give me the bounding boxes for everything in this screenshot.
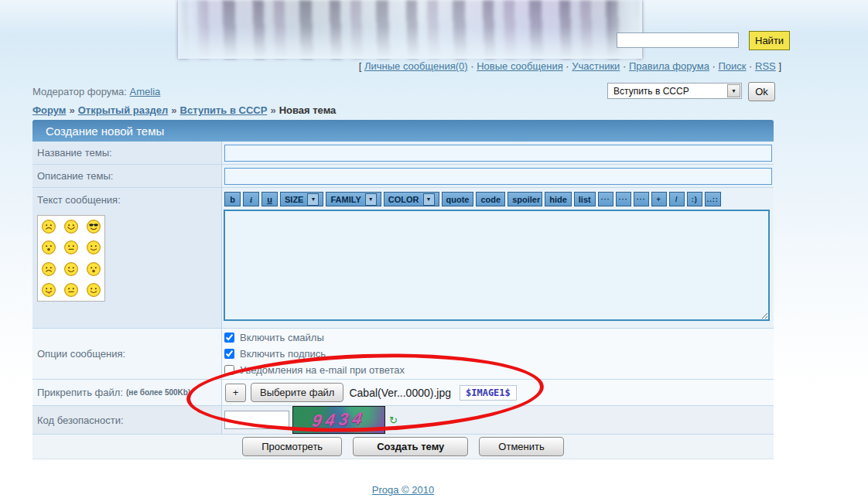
smiley-sad-icon[interactable] xyxy=(41,261,56,277)
nav-link-6[interactable]: RSS xyxy=(755,60,776,72)
smiley-surprised-icon[interactable] xyxy=(86,261,101,277)
captcha-digits: 9434 xyxy=(292,406,385,434)
captcha-row: Код безопасности: 9434 ↻ xyxy=(32,406,774,435)
choose-file-button[interactable]: Выберите файл xyxy=(251,383,343,402)
toolbar-dots-1-label: ··· xyxy=(601,196,610,203)
option-checkbox-2[interactable] xyxy=(224,349,234,359)
message-row: Текст сообщения: biuSIZE▼FAMILY▼COLOR▼qu… xyxy=(32,188,774,329)
attach-row: Прикрепить файл: (не более 500Kb) + Выбе… xyxy=(32,380,774,406)
message-textarea[interactable] xyxy=(224,210,770,321)
toolbar-underline[interactable]: u xyxy=(261,192,278,206)
message-label: Текст сообщения: xyxy=(37,194,221,206)
toolbar-font-size[interactable]: SIZE▼ xyxy=(280,192,323,206)
bbcode-toolbar: biuSIZE▼FAMILY▼COLOR▼quotecodespoilerhid… xyxy=(224,192,721,206)
smiley-angry-icon[interactable] xyxy=(41,219,56,234)
smiley-cool-icon[interactable] xyxy=(86,219,101,234)
toolbar-more-label: ..:: xyxy=(707,196,719,203)
new-topic-form: Создание новой темы Название темы: Описа… xyxy=(32,120,774,459)
toolbar-bold[interactable]: b xyxy=(224,192,241,206)
topic-desc-row: Описание темы: xyxy=(32,165,774,188)
page-footer: Proga © 2010 xyxy=(32,484,774,496)
toolbar-underline-label: u xyxy=(267,195,272,204)
toolbar-smiley-label: :) xyxy=(692,196,698,203)
toolbar-slash[interactable]: / xyxy=(669,192,685,206)
dropdown-arrow-icon[interactable]: ▼ xyxy=(365,193,377,206)
breadcrumb-link-2[interactable]: Открытый раздел xyxy=(78,104,169,116)
toolbar-hide-label: hide xyxy=(549,195,567,204)
cancel-button[interactable]: Отменить xyxy=(479,437,563,456)
create-topic-button[interactable]: Создать тему xyxy=(353,437,468,456)
option-checkbox-1[interactable] xyxy=(224,333,234,343)
toolbar-font-family[interactable]: FAMILY▼ xyxy=(326,192,381,206)
options-list: Включить смайлыВключить подписьУведомлен… xyxy=(222,329,774,379)
breadcrumb-link-3[interactable]: Вступить в СССР xyxy=(180,104,268,116)
nav-link-1[interactable]: Личные сообщения(0) xyxy=(364,60,468,72)
options-row: Опции сообщения: Включить смайлыВключить… xyxy=(32,329,774,380)
captcha-refresh-icon[interactable]: ↻ xyxy=(389,414,398,426)
toolbar-dots-3[interactable]: ··· xyxy=(634,192,649,206)
footer-link[interactable]: Proga © 2010 xyxy=(372,484,434,496)
toolbar-spoiler-label: spoiler xyxy=(512,195,540,204)
toolbar-hide[interactable]: hide xyxy=(545,192,572,206)
smiley-rolleyes-icon[interactable] xyxy=(63,282,79,298)
add-attachment-button[interactable]: + xyxy=(225,384,246,402)
nav-link-2[interactable]: Новые сообщения xyxy=(477,60,563,72)
preview-button[interactable]: Просмотреть xyxy=(242,437,342,456)
search-input[interactable] xyxy=(617,32,739,48)
nav-link-5[interactable]: Поиск xyxy=(718,60,746,72)
breadcrumb-separator: » xyxy=(66,104,77,116)
toolbar-code[interactable]: code xyxy=(476,192,505,206)
smiley-grin-icon[interactable] xyxy=(63,219,79,234)
dropdown-arrow-icon[interactable]: ▼ xyxy=(307,193,319,206)
search-button[interactable]: Найти xyxy=(749,31,790,50)
nav-link-4[interactable]: Правила форума xyxy=(629,60,709,72)
nav-link-3[interactable]: Участники xyxy=(572,60,620,72)
chevron-down-icon[interactable]: ▼ xyxy=(727,84,740,97)
toolbar-smiley[interactable]: :) xyxy=(687,192,702,206)
toolbar-dots-2-label: ··· xyxy=(619,196,628,203)
smiley-wink-icon[interactable] xyxy=(86,282,101,298)
topic-title-input[interactable] xyxy=(224,145,772,162)
toolbar-bold-label: b xyxy=(230,195,235,204)
toolbar-quote-label: quote xyxy=(446,195,470,204)
toolbar-list-label: list xyxy=(579,195,591,204)
smiley-smile-icon[interactable] xyxy=(63,261,79,277)
toolbar-list[interactable]: list xyxy=(574,192,596,206)
dropdown-arrow-icon[interactable]: ▼ xyxy=(423,193,435,206)
breadcrumb-separator: » xyxy=(267,104,279,116)
toolbar-plus[interactable]: + xyxy=(651,192,667,206)
forum-page: Найти [ Личные сообщения(0) · Новые сооб… xyxy=(0,0,868,498)
breadcrumb-separator: » xyxy=(168,104,179,116)
top-nav: [ Личные сообщения(0) · Новые сообщения … xyxy=(0,60,781,72)
moderator-label: Модератор форума: xyxy=(32,86,127,97)
toolbar-dots-1[interactable]: ··· xyxy=(598,192,613,206)
moderator-name-link[interactable]: Amelia xyxy=(130,86,161,97)
toolbar-slash-label: / xyxy=(675,196,678,203)
captcha-input[interactable] xyxy=(224,411,289,429)
topic-desc-label: Описание темы: xyxy=(32,165,222,187)
message-label-cell: Текст сообщения: xyxy=(32,188,222,328)
option-checkbox-3[interactable] xyxy=(224,365,234,375)
topic-desc-input[interactable] xyxy=(224,168,772,185)
option-line-1: Включить смайлы xyxy=(224,330,324,345)
breadcrumb-link-1[interactable]: Форум xyxy=(32,104,66,116)
toolbar-italic[interactable]: i xyxy=(243,192,259,206)
toolbar-more[interactable]: ..:: xyxy=(705,192,721,206)
smiley-tongue-icon[interactable] xyxy=(41,282,56,298)
smiley-content-icon[interactable] xyxy=(86,240,101,255)
toolbar-quote[interactable]: quote xyxy=(442,192,474,206)
toolbar-plus-label: + xyxy=(657,196,661,203)
topic-title-label: Название темы: xyxy=(32,142,222,164)
attached-filename: Cabal(Ver...0000).jpg xyxy=(349,387,451,399)
smiley-shock-icon[interactable] xyxy=(41,240,56,255)
toolbar-font-color[interactable]: COLOR▼ xyxy=(384,192,439,206)
smiley-smirk-icon[interactable] xyxy=(63,240,79,255)
toolbar-spoiler[interactable]: spoiler xyxy=(507,192,542,206)
ok-button[interactable]: Ok xyxy=(748,82,775,101)
attach-size-note: (не более 500Kb) xyxy=(126,388,190,397)
toolbar-font-size-label: SIZE xyxy=(285,195,303,204)
toolbar-dots-2[interactable]: ··· xyxy=(616,192,631,206)
toolbar-font-color-label: COLOR xyxy=(388,195,419,204)
join-select[interactable]: Вступить в СССР ▼ xyxy=(607,83,742,99)
forum-banner-image xyxy=(178,0,642,59)
